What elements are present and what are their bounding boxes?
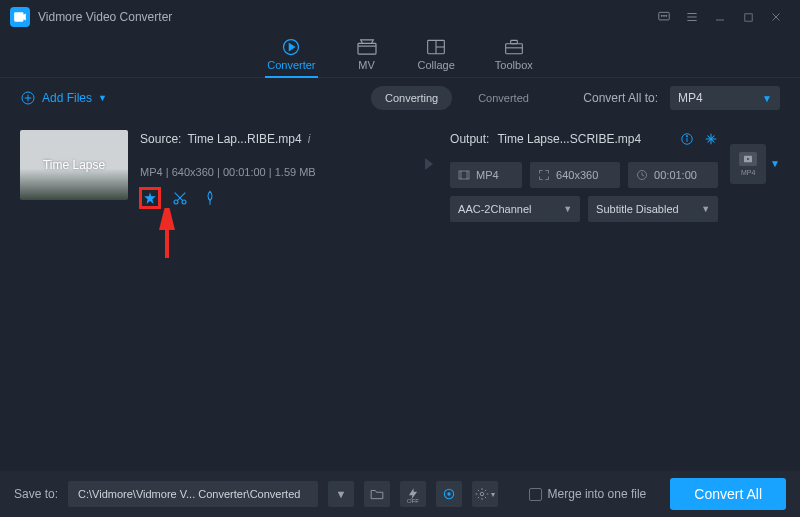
- open-folder-button[interactable]: [364, 481, 390, 507]
- resolution-icon: [538, 169, 550, 181]
- nav-tab-label: Collage: [418, 59, 455, 71]
- toolbox-icon: [504, 37, 524, 57]
- save-to-label: Save to:: [14, 487, 58, 501]
- add-files-button[interactable]: Add Files ▼: [20, 90, 107, 106]
- path-dropdown-caret[interactable]: ▼: [328, 481, 354, 507]
- app-logo: [10, 7, 30, 27]
- svg-point-48: [448, 493, 450, 495]
- src-size: 1.59 MB: [275, 166, 316, 178]
- checkbox-icon: [529, 488, 542, 501]
- svg-point-49: [480, 492, 484, 496]
- source-meta: MP4 | 640x360 | 00:01:00 | 1.59 MB: [140, 166, 390, 178]
- convert-all-format-select[interactable]: MP4 ▼: [670, 86, 780, 110]
- nav-tab-converter[interactable]: Converter: [267, 37, 315, 77]
- film-icon: [458, 170, 470, 180]
- merge-label: Merge into one file: [548, 487, 647, 501]
- app-title: Vidmore Video Converter: [38, 10, 172, 24]
- src-duration: 00:01:00: [223, 166, 266, 178]
- nav-tab-mv[interactable]: MV: [356, 37, 378, 77]
- collage-icon: [426, 37, 446, 57]
- toolbar: Add Files ▼ Converting Converted Convert…: [0, 78, 800, 118]
- source-prefix: Source:: [140, 132, 181, 146]
- video-thumbnail[interactable]: Time Lapse: [20, 130, 128, 200]
- src-format: MP4: [140, 166, 163, 178]
- audio-select[interactable]: AAC-2Channel ▼: [450, 196, 580, 222]
- svg-marker-12: [290, 44, 295, 51]
- add-files-label: Add Files: [42, 91, 92, 105]
- nav-tab-label: Converter: [267, 59, 315, 71]
- chevron-down-icon: ▼: [563, 204, 572, 214]
- convert-all-format-value: MP4: [678, 91, 703, 105]
- output-prefix: Output:: [450, 132, 489, 146]
- chevron-down-icon: ▼: [762, 93, 772, 104]
- out-format-value: MP4: [476, 169, 499, 181]
- nav-tab-collage[interactable]: Collage: [418, 37, 455, 77]
- maximize-icon[interactable]: [734, 3, 762, 31]
- svg-rect-37: [459, 171, 469, 179]
- svg-point-1: [661, 15, 662, 16]
- src-resolution: 640x360: [172, 166, 214, 178]
- arrow-icon: [402, 130, 438, 172]
- minimize-icon[interactable]: [706, 3, 734, 31]
- edit-effects-button[interactable]: [140, 188, 160, 208]
- save-path-box[interactable]: C:\Vidmore\Vidmore V... Converter\Conver…: [68, 481, 318, 507]
- output-filename: Time Lapse...SCRIBE.mp4: [497, 132, 641, 146]
- cut-button[interactable]: [170, 188, 190, 208]
- svg-point-3: [666, 15, 667, 16]
- out-format-box: MP4: [450, 162, 522, 188]
- converter-icon: [281, 37, 301, 57]
- compress-icon[interactable]: [704, 132, 718, 146]
- output-format-badge[interactable]: MP4: [730, 144, 766, 184]
- feedback-icon[interactable]: [650, 3, 678, 31]
- title-bar: Vidmore Video Converter: [0, 0, 800, 34]
- tab-converting[interactable]: Converting: [371, 86, 452, 110]
- nav-tab-toolbox[interactable]: Toolbox: [495, 37, 533, 77]
- out-resolution-value: 640x360: [556, 169, 598, 181]
- thumbnail-label: Time Lapse: [43, 158, 105, 172]
- hardware-accel-button[interactable]: OFF: [400, 481, 426, 507]
- nav-tab-label: Toolbox: [495, 59, 533, 71]
- settings-button[interactable]: ▾: [472, 481, 498, 507]
- footer: Save to: C:\Vidmore\Vidmore V... Convert…: [0, 471, 800, 517]
- info-icon[interactable]: i: [308, 132, 311, 146]
- nav-tab-label: MV: [358, 59, 375, 71]
- subtitle-value: Subtitle Disabled: [596, 203, 679, 215]
- convert-all-button[interactable]: Convert All: [670, 478, 786, 510]
- merge-checkbox[interactable]: Merge into one file: [529, 487, 647, 501]
- mv-icon: [356, 37, 378, 57]
- out-duration-box: 00:01:00: [628, 162, 718, 188]
- source-column: Source: Time Lap...RIBE.mp4 i MP4 | 640x…: [140, 130, 390, 208]
- tab-converted[interactable]: Converted: [464, 86, 543, 110]
- tab-converting-label: Converting: [385, 92, 438, 104]
- file-row: Time Lapse Source: Time Lap...RIBE.mp4 i…: [0, 118, 800, 234]
- subtitle-select[interactable]: Subtitle Disabled ▼: [588, 196, 718, 222]
- main-nav: Converter MV Collage Toolbox: [0, 34, 800, 78]
- format-dropdown-caret[interactable]: ▼: [770, 158, 780, 169]
- svg-rect-13: [358, 43, 376, 54]
- convert-all-to-label: Convert All to:: [583, 91, 658, 105]
- svg-rect-18: [505, 44, 522, 54]
- close-icon[interactable]: [762, 3, 790, 31]
- convert-all-label: Convert All: [694, 486, 762, 502]
- out-resolution-box: 640x360: [530, 162, 620, 188]
- clock-icon: [636, 169, 648, 181]
- svg-line-42: [642, 175, 644, 176]
- audio-value: AAC-2Channel: [458, 203, 531, 215]
- format-badge-label: MP4: [741, 169, 755, 176]
- format-badge-icon: [739, 152, 757, 166]
- menu-icon[interactable]: [678, 3, 706, 31]
- high-speed-button[interactable]: [436, 481, 462, 507]
- save-path-value: C:\Vidmore\Vidmore V... Converter\Conver…: [78, 488, 300, 500]
- svg-point-32: [687, 136, 688, 137]
- output-column: Output: Time Lapse...SCRIBE.mp4 MP4 640x…: [450, 130, 718, 222]
- svg-point-2: [663, 15, 664, 16]
- out-duration-value: 00:01:00: [654, 169, 697, 181]
- output-info-icon[interactable]: [680, 132, 694, 146]
- svg-rect-8: [744, 13, 751, 20]
- tab-converted-label: Converted: [478, 92, 529, 104]
- enhance-button[interactable]: [200, 188, 220, 208]
- svg-marker-24: [144, 192, 156, 204]
- chevron-down-icon: ▼: [98, 93, 107, 103]
- source-filename: Time Lap...RIBE.mp4: [187, 132, 301, 146]
- svg-rect-19: [510, 40, 517, 43]
